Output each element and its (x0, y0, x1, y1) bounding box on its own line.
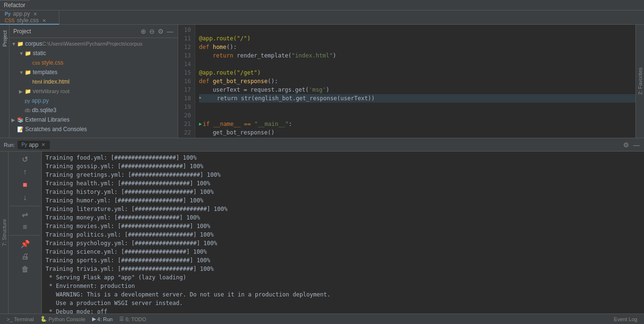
tree-item-8[interactable]: ▶📚External Libraries (9, 115, 178, 124)
line-num-20: 20 (182, 111, 191, 120)
tree-label-5: venv (33, 88, 45, 95)
run-arrow-21: ▶ (199, 120, 202, 128)
tree-file-icon-3: 📁 (25, 69, 31, 76)
status-item-run[interactable]: ▶4: Run (89, 314, 115, 324)
console-line-18: * Debug mode: off (46, 307, 640, 314)
code-line-18: ⚑ return str(english_bot.get_response(us… (199, 94, 635, 103)
tree-item-2[interactable]: cssstyle.css (9, 58, 178, 67)
token: return (199, 51, 237, 60)
tree-arrow-0[interactable]: ▼ (11, 41, 17, 47)
run-btn-up[interactable]: ↑ (19, 166, 32, 178)
project-vert-tab[interactable]: Project (0, 27, 9, 50)
status-item-python-console[interactable]: 🐍Python Console (38, 314, 88, 324)
breakpoint-mark-18: ⚑ (199, 94, 201, 103)
tree-item-3[interactable]: ▼📁templates (9, 67, 178, 77)
menu-item-refactor[interactable]: Refactor (0, 1, 30, 10)
tree-item-0[interactable]: ▼📁corpus C:\Users\Waseem\PycharmProjects… (9, 39, 178, 48)
console-line-1: Training gossip.yml: [##################… (46, 162, 640, 171)
tree-item-6[interactable]: pyapp.py (9, 96, 178, 105)
collapse-icon[interactable]: ⊖ (149, 27, 155, 36)
run-btn-stop[interactable]: ■ (19, 179, 32, 191)
line-num-21: 21 (182, 120, 191, 128)
status-icon-python-console: 🐍 (40, 316, 47, 322)
console-line-17: Use a production WSGI server instead. (46, 299, 640, 307)
token: ) (333, 51, 336, 60)
token: 'msg' (309, 86, 326, 94)
editor-tab-bar: Pyapp.py✕CSSstyle.css✕HTMLindex.html✕ (0, 10, 644, 25)
token: @app.route("/get") (199, 68, 261, 77)
run-btn-wrap[interactable]: ⇌ (19, 209, 32, 220)
editor-tab-style-css[interactable]: CSSstyle.css✕ (0, 17, 59, 24)
tree-item-4[interactable]: htmlindex.html (9, 77, 178, 86)
code-line-16: def get_bot_response(): (199, 77, 635, 86)
tree-arrow-3[interactable]: ▼ (19, 70, 25, 75)
tab-close-app-py[interactable]: ✕ (32, 11, 38, 17)
line-num-18: 18 (182, 94, 191, 103)
token: userText = request.args.get( (199, 86, 309, 94)
tree-arrow-1[interactable]: ▼ (19, 51, 25, 56)
console-line-13: Training trivia.yml: [##################… (46, 265, 640, 273)
status-item-todo[interactable]: ☰6: TODO (116, 314, 149, 324)
run-tab-close-app-tab[interactable]: ✕ (40, 142, 46, 148)
run-btn-rerun[interactable]: ↺ (19, 153, 32, 165)
sidebar-header: Project ⊕ ⊖ ⚙ — (9, 25, 178, 38)
console-line-0: Training food.yml: [##################] … (46, 153, 640, 162)
sidebar: Project ⊕ ⊖ ⚙ — ▼📁corpus C:\Users\Waseem… (9, 25, 178, 138)
tree-label-6: app.py (32, 97, 49, 104)
line-num-13: 13 (182, 51, 191, 60)
status-label-run: 4: Run (97, 316, 113, 322)
run-panel-header: Run: Pyapp✕ ⚙ — (0, 138, 644, 152)
run-sidebar-buttons: ↺↑■↓⇌≡📌🖨🗑 (9, 152, 42, 314)
console-line-9: Training politics.yml: [################… (46, 230, 640, 239)
tree-file-icon-9: 📝 (17, 126, 24, 133)
run-minimize-icon[interactable]: — (633, 141, 640, 149)
console-line-14: * Serving Flask app "app" (lazy loading) (46, 273, 640, 282)
line-num-12: 12 (182, 43, 191, 51)
token: @app.route("/") (199, 34, 250, 43)
token: home (213, 43, 227, 51)
run-btn-pin[interactable]: 📌 (19, 238, 32, 249)
code-line-10 (199, 26, 635, 34)
tree-item-7[interactable]: dbdb.sqlite3 (9, 105, 178, 115)
editor-tabs: Pyapp.py✕CSSstyle.css✕HTMLindex.html✕ (0, 10, 59, 24)
tree-item-5[interactable]: ▶📁venv library root (9, 86, 178, 96)
sidebar-title: Project (13, 28, 31, 35)
tree-file-icon-5: 📁 (25, 88, 31, 95)
event-log-button[interactable]: Event Log (611, 314, 640, 324)
run-btn-print[interactable]: 🖨 (19, 251, 32, 262)
tree-arrow-8[interactable]: ▶ (11, 117, 17, 123)
code-line-12: def home(): (199, 43, 635, 51)
line-num-14: 14 (182, 60, 191, 68)
code-line-11: @app.route("/") (199, 34, 635, 43)
tree-file-icon-4: html (32, 79, 42, 85)
run-tab-app-tab[interactable]: Pyapp✕ (18, 141, 50, 149)
structure-vert-tab[interactable]: 7: Structure (0, 216, 8, 249)
expand-icon[interactable]: ⊕ (140, 27, 147, 36)
code-content[interactable]: @app.route("/")def home(): return render… (195, 25, 635, 138)
tree-label-3: templates (33, 69, 57, 76)
status-item-terminal[interactable]: >_Terminal (4, 314, 37, 324)
tree-file-icon-8: 📚 (17, 117, 24, 123)
tab-close-style-css[interactable]: ✕ (41, 18, 47, 24)
minimize-icon[interactable]: — (166, 27, 174, 36)
tree-item-9[interactable]: 📝Scratches and Consoles (9, 124, 178, 134)
structure-strip: 7: Structure (0, 152, 9, 314)
status-icon-terminal: >_ (7, 316, 13, 322)
line-num-10: 10 (182, 26, 191, 34)
tree-file-icon-7: db (25, 107, 30, 113)
tree-label-2: style.css (42, 59, 64, 66)
run-btn-down[interactable]: ↓ (19, 192, 32, 203)
run-btn-settings2[interactable]: ≡ (19, 221, 32, 233)
favorites-vert-tab[interactable]: 2: Favorites (636, 64, 644, 98)
editor-tab-app-py[interactable]: Pyapp.py✕ (0, 10, 59, 17)
run-settings-icon[interactable]: ⚙ (623, 141, 630, 149)
run-btn-delete[interactable]: 🗑 (19, 264, 32, 275)
settings-icon[interactable]: ⚙ (157, 27, 164, 36)
line-num-15: 15 (182, 68, 191, 77)
console-line-10: Training psychology.yml: [##############… (46, 239, 640, 248)
tree-item-1[interactable]: ▼📁static (9, 48, 178, 58)
tree-file-icon-6: py (25, 98, 30, 104)
token: get_bot_response (213, 77, 268, 86)
tree-arrow-5[interactable]: ▶ (19, 89, 25, 94)
tree-label-9: Scratches and Consoles (25, 126, 87, 133)
